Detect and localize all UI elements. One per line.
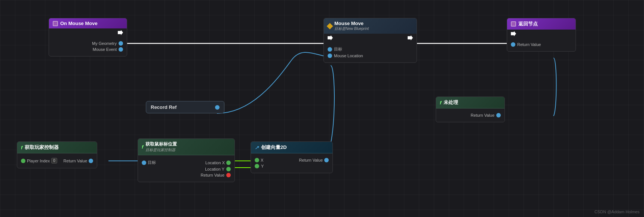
exec-row (507, 30, 576, 38)
target-row: 目标 Location X (142, 160, 231, 165)
get-mouse-position-body: 目标 Location X Location Y Return Value (138, 155, 234, 182)
y-pin[interactable] (255, 164, 259, 168)
return-value-row: Return Value (142, 173, 231, 177)
return-value-pin[interactable] (226, 173, 231, 177)
return-value-pin[interactable] (324, 158, 329, 162)
return-value-pin[interactable] (511, 42, 515, 47)
x-row: X Return Value (255, 158, 329, 162)
event-icon (53, 21, 58, 26)
watermark: CSDN @Addam Holmes (594, 210, 640, 214)
return-node-body: Return Value (507, 38, 576, 51)
mouse-move-body: 目标 Mouse Location (324, 42, 417, 62)
my-geometry-row: My Geometry (53, 41, 123, 46)
mouse-location-pin[interactable] (328, 54, 332, 58)
function-icon: f (440, 100, 441, 106)
function-icon: f (21, 145, 22, 150)
get-player-controller-title: 获取玩家控制器 (25, 144, 59, 151)
return-value-label: Return Value (517, 42, 541, 47)
on-mouse-move-node[interactable]: On Mouse Move My Geometry Mouse Event (49, 18, 127, 56)
unhandled-return-label: Return Value (471, 113, 494, 117)
location-y-label: Location Y (205, 167, 224, 171)
mouse-move-header: Mouse Move 目标是New Blueprint (324, 18, 417, 34)
my-geometry-label: My Geometry (92, 41, 117, 46)
player-index-row: Player Index 0 Return Value (21, 158, 93, 163)
on-mouse-move-header: On Mouse Move (49, 18, 127, 28)
unhandled-return-pin[interactable] (496, 113, 501, 117)
get-mouse-position-node[interactable]: f 获取鼠标标位置 目标是玩家控制器 目标 Location X Locatio… (138, 138, 235, 182)
get-player-controller-body: Player Index 0 Return Value (17, 153, 97, 168)
get-mouse-position-title: 获取鼠标标位置 (145, 141, 177, 147)
mouse-event-pin[interactable] (119, 47, 123, 52)
exec-row (324, 34, 417, 42)
return-icon (511, 21, 516, 27)
return-node-title: 返回节点 (518, 21, 538, 27)
return-node-header: 返回节点 (507, 18, 576, 30)
target-label: 目标 (148, 160, 156, 165)
exec-out-pin[interactable] (408, 35, 413, 40)
create-vector2d-body: X Return Value Y (251, 153, 332, 173)
return-value-label: Return Value (201, 173, 224, 177)
mouse-move-subtitle: 目标是New Blueprint (334, 26, 369, 31)
y-row: Y (255, 164, 329, 168)
unhandled-title: 未处理 (444, 99, 458, 106)
mouse-move-title: Mouse Move (334, 21, 369, 26)
exec-out-pin[interactable] (118, 30, 123, 35)
location-x-label: Location X (205, 161, 225, 165)
record-ref-out-pin[interactable] (215, 105, 220, 110)
mouse-location-row: Mouse Location (328, 54, 413, 58)
mouse-move-node[interactable]: Mouse Move 目标是New Blueprint 目标 Mouse Loc… (323, 18, 417, 63)
mouse-event-row: Mouse Event (53, 47, 123, 52)
create-vector2d-node[interactable]: ↗ 创建向量2D X Return Value Y (251, 141, 333, 173)
function-icon: f (142, 144, 143, 150)
location-y-pin[interactable] (226, 167, 231, 171)
return-node[interactable]: 返回节点 Return Value (507, 18, 576, 52)
get-mouse-position-header: f 获取鼠标标位置 目标是玩家控制器 (138, 139, 234, 155)
on-mouse-move-title: On Mouse Move (60, 21, 98, 26)
target-pin[interactable] (142, 161, 146, 165)
unhandled-header: f 未处理 (436, 97, 505, 109)
on-mouse-move-body: My Geometry Mouse Event (49, 37, 127, 56)
player-index-pin[interactable] (21, 159, 25, 163)
unhandled-return-row: Return Value (440, 113, 501, 117)
get-mouse-position-subtitle: 目标是玩家控制器 (145, 147, 177, 153)
get-player-controller-header: f 获取玩家控制器 (17, 142, 97, 153)
x-pin[interactable] (255, 158, 259, 162)
target-pin[interactable] (328, 47, 332, 52)
create-vector2d-header: ↗ 创建向量2D (251, 142, 332, 153)
record-ref-node[interactable]: Record Ref (146, 101, 224, 113)
player-index-label: Player Index (27, 159, 50, 163)
mouse-move-diamond-icon (327, 23, 333, 29)
target-label: 目标 (334, 46, 342, 52)
return-value-label: Return Value (299, 158, 323, 162)
unhandled-node[interactable]: f 未处理 Return Value (436, 97, 505, 122)
target-row: 目标 (328, 46, 413, 52)
y-label: Y (261, 164, 264, 168)
mouse-event-label: Mouse Event (93, 47, 117, 52)
player-index-badge: 0 (51, 158, 57, 163)
unhandled-body: Return Value (436, 109, 505, 122)
return-value-row: Return Value (511, 42, 572, 47)
exec-in-pin[interactable] (328, 35, 333, 40)
exec-row (49, 28, 127, 37)
mouse-location-label: Mouse Location (334, 54, 363, 58)
return-value-label: Return Value (64, 159, 87, 163)
my-geometry-pin[interactable] (119, 41, 123, 46)
return-value-pin[interactable] (89, 159, 93, 163)
x-label: X (261, 158, 263, 162)
exec-in-pin[interactable] (511, 31, 516, 36)
location-y-row: Location Y (142, 167, 231, 171)
location-x-pin[interactable] (226, 161, 231, 165)
record-ref-title: Record Ref (151, 104, 177, 110)
vector-icon: ↗ (255, 145, 259, 150)
get-player-controller-node[interactable]: f 获取玩家控制器 Player Index 0 Return Value (17, 141, 97, 168)
create-vector2d-title: 创建向量2D (261, 144, 287, 151)
